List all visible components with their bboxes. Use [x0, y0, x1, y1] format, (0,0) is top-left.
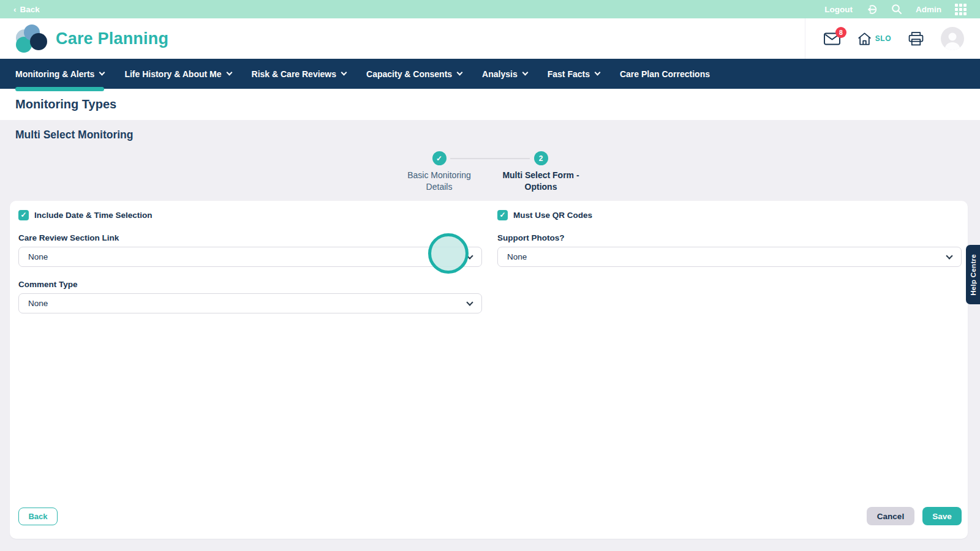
- apps-grid-icon[interactable]: [955, 4, 967, 15]
- messages-count-badge: 8: [835, 27, 846, 38]
- chevron-down-icon: [226, 70, 232, 76]
- nav-item-monitoring-alerts[interactable]: Monitoring & Alerts: [15, 59, 104, 89]
- step-complete-check-icon: ✓: [432, 151, 447, 165]
- nav-item-label: Care Plan Corrections: [620, 69, 710, 79]
- form-column-right: ✓ Must Use QR Codes Support Photos? None: [497, 201, 962, 267]
- checkbox-label: Include Date & Time Selection: [34, 211, 153, 220]
- checkbox-checked-icon[interactable]: ✓: [18, 210, 29, 220]
- nav-item-analysis[interactable]: Analysis: [482, 59, 527, 89]
- help-centre-tab[interactable]: Help Centre: [966, 245, 980, 304]
- step-number: 2: [534, 151, 548, 165]
- app-header: Care Planning 8 SLO: [0, 18, 980, 59]
- selected-value: None: [28, 299, 48, 308]
- nav-item-risk-care-reviews[interactable]: Risk & Care Reviews: [252, 59, 347, 89]
- stepper-step-basic-details[interactable]: ✓ Basic Monitoring Details: [393, 151, 485, 193]
- back-button[interactable]: Back: [18, 508, 58, 525]
- back-link[interactable]: ‹ Back: [13, 5, 40, 14]
- messages-button[interactable]: 8: [824, 32, 840, 45]
- stepper-step-multi-select-options[interactable]: 2 Multi Select Form - Options: [495, 151, 587, 193]
- section-title: Multi Select Monitoring: [15, 129, 134, 141]
- nav-item-label: Risk & Care Reviews: [252, 69, 337, 79]
- back-link-label: Back: [20, 5, 40, 14]
- home-button[interactable]: SLO: [858, 32, 891, 45]
- back-chevron-icon: ‹: [13, 5, 17, 14]
- main-navigation: Monitoring & Alerts Life History & About…: [0, 59, 980, 89]
- comment-type-select[interactable]: None: [18, 293, 482, 313]
- nav-item-label: Life History & About Me: [124, 69, 221, 79]
- top-utility-actions: Logout Admin: [824, 4, 967, 15]
- chevron-down-icon: [946, 252, 952, 259]
- main-content: Multi Select Monitoring ✓ Basic Monitori…: [0, 120, 980, 551]
- selected-value: None: [507, 252, 527, 261]
- checkbox-label: Must Use QR Codes: [513, 211, 592, 220]
- wizard-stepper: ✓ Basic Monitoring Details 2 Multi Selec…: [0, 151, 980, 193]
- page-title-band: Monitoring Types: [0, 89, 980, 120]
- app-window: ‹ Back Logout Admin: [0, 0, 980, 551]
- comment-type-label: Comment Type: [18, 280, 482, 289]
- logout-icon[interactable]: [866, 4, 878, 15]
- chevron-down-icon: [341, 70, 347, 76]
- nav-item-fast-facts[interactable]: Fast Facts: [548, 59, 600, 89]
- site-code-label: SLO: [875, 34, 891, 43]
- top-utility-bar: ‹ Back Logout Admin: [0, 0, 980, 18]
- form-column-left: ✓ Include Date & Time Selection Care Rev…: [18, 201, 482, 313]
- app-title: Care Planning: [56, 29, 168, 48]
- chevron-down-icon: [99, 70, 105, 76]
- nav-item-label: Analysis: [482, 69, 518, 79]
- nav-item-capacity-consents[interactable]: Capacity & Consents: [366, 59, 462, 89]
- include-date-time-checkbox-row[interactable]: ✓ Include Date & Time Selection: [18, 209, 482, 220]
- header-actions: 8 SLO: [805, 18, 980, 59]
- chevron-down-icon: [522, 70, 528, 76]
- cancel-button[interactable]: Cancel: [867, 507, 914, 525]
- chevron-down-icon: [595, 70, 601, 76]
- admin-link[interactable]: Admin: [916, 5, 941, 14]
- printer-icon: [908, 32, 924, 46]
- page-title: Monitoring Types: [15, 97, 116, 111]
- person-icon: [941, 29, 964, 50]
- search-icon[interactable]: [891, 4, 902, 15]
- nav-item-label: Fast Facts: [548, 69, 590, 79]
- save-button[interactable]: Save: [922, 507, 962, 525]
- chevron-down-icon: [466, 299, 473, 305]
- app-logo: [16, 24, 48, 53]
- checkbox-checked-icon[interactable]: ✓: [497, 210, 508, 220]
- nav-item-label: Monitoring & Alerts: [15, 69, 94, 79]
- selected-value: None: [28, 252, 48, 261]
- support-photos-select[interactable]: None: [497, 247, 962, 267]
- help-centre-label: Help Centre: [970, 254, 977, 296]
- nav-item-label: Capacity & Consents: [366, 69, 452, 79]
- chevron-down-icon: [466, 252, 473, 259]
- user-avatar[interactable]: [941, 27, 964, 50]
- logout-link[interactable]: Logout: [824, 5, 853, 14]
- chevron-down-icon: [457, 70, 463, 76]
- step-label: Multi Select Form - Options: [502, 170, 579, 193]
- home-icon: [858, 32, 872, 45]
- care-review-section-link-select[interactable]: None: [18, 247, 482, 267]
- step-label: Basic Monitoring Details: [407, 170, 471, 193]
- nav-item-care-plan-corrections[interactable]: Care Plan Corrections: [620, 59, 710, 89]
- must-use-qr-codes-checkbox-row[interactable]: ✓ Must Use QR Codes: [497, 209, 962, 220]
- print-button[interactable]: [908, 32, 924, 46]
- support-photos-label: Support Photos?: [497, 233, 962, 242]
- nav-item-life-history[interactable]: Life History & About Me: [124, 59, 231, 89]
- form-card: ✓ Include Date & Time Selection Care Rev…: [10, 201, 968, 539]
- care-review-section-link-label: Care Review Section Link: [18, 233, 482, 242]
